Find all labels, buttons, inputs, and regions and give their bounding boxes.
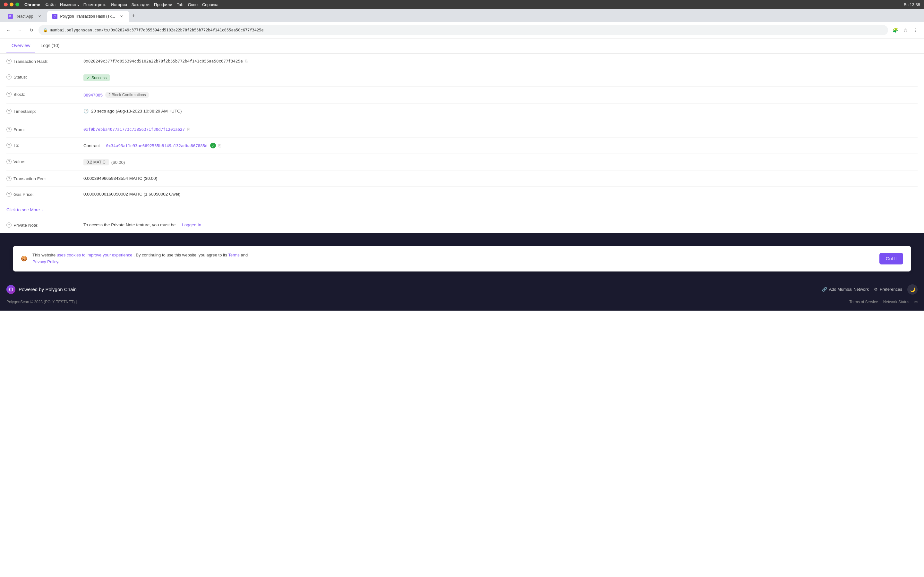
from-address-link[interactable]: 0xf9b7ebba4077a1773c73856371f30d7f1201a6… (83, 127, 185, 132)
tx-private-note-row: ? Private Note: To access the Private No… (6, 218, 918, 233)
email-icon[interactable]: ✉ (914, 300, 918, 304)
footer-bottom: PolygonScan © 2023 (POLY-TESTNET) | Term… (6, 300, 918, 304)
tx-gas-label: ? Gas Price: (6, 192, 77, 197)
footer-brand: ⬡ Powered by Polygon Chain (6, 285, 77, 294)
dark-mode-button[interactable]: 🌙 (907, 284, 918, 295)
tab-favicon-polygon: ⬡ (52, 14, 57, 19)
tx-to-label: ? To: (6, 143, 77, 148)
forward-button[interactable]: → (15, 26, 24, 35)
tx-from-help-icon[interactable]: ? (6, 127, 11, 132)
got-it-button[interactable]: Got It (879, 253, 903, 264)
copy-hash-button[interactable]: ⎘ (246, 59, 248, 63)
cookie-banner-wrapper: 🍪 This website uses cookies to improve y… (0, 246, 924, 277)
menu-button[interactable]: ⋮ (911, 26, 920, 35)
mac-menu-window[interactable]: Окно (188, 2, 198, 7)
tx-gas-row: ? Gas Price: 0.00000000160050002 MATIC (… (6, 187, 918, 202)
mac-menu-view[interactable]: Посмотреть (83, 2, 107, 7)
network-status-link[interactable]: Network Status (883, 300, 909, 304)
tab-close-react[interactable]: ✕ (37, 14, 42, 19)
tab-overview[interactable]: Overview (6, 39, 35, 53)
tx-gas-value: 0.00000000160050002 MATIC (1.60050002 Gw… (83, 192, 918, 197)
tab-label-react: React App (15, 14, 33, 19)
mac-app-name: Chrome (24, 2, 40, 7)
maximize-window[interactable] (15, 3, 19, 6)
copy-from-button[interactable]: ⎘ (187, 127, 190, 132)
tab-react-app[interactable]: R React App ✕ (3, 11, 47, 22)
copy-to-button[interactable]: ⎘ (218, 143, 221, 148)
mac-menu-edit[interactable]: Изменить (60, 2, 79, 7)
cookie-banner: 🍪 This website uses cookies to improve y… (13, 246, 911, 271)
reload-button[interactable]: ↻ (27, 26, 36, 35)
block-number-link[interactable]: 38947885 (83, 93, 103, 97)
cookie-policy-link[interactable]: uses cookies to improve your experience (57, 253, 132, 258)
footer-copyright: PolygonScan © 2023 (POLY-TESTNET) | (6, 300, 77, 304)
tab-polygon[interactable]: ⬡ Polygon Transaction Hash (Tx... ✕ (47, 11, 129, 22)
mac-menu-tab[interactable]: Tab (177, 2, 184, 7)
tx-value-display: 0.2 MATIC ($0.00) (83, 159, 918, 165)
tx-private-note-label: ? Private Note: (6, 222, 77, 227)
add-network-button[interactable]: 🔗 Add Mumbai Network (822, 287, 869, 292)
status-badge: ✓ Success (83, 74, 110, 81)
tx-block-row: ? Block: 38947885 2 Block Confirmations (6, 87, 918, 103)
terms-of-service-link[interactable]: Terms of Service (849, 300, 878, 304)
tx-value-label: ? Value: (6, 159, 77, 164)
minimize-window[interactable] (10, 3, 13, 6)
tab-label-polygon: Polygon Transaction Hash (Tx... (60, 14, 115, 19)
mac-menu-bar: Файл Изменить Посмотреть История Закладк… (45, 2, 218, 7)
tx-to-row: ? To: Contract 0x34a93af1e93ae6692555b8f… (6, 137, 918, 154)
tx-hash-label: ? Transaction Hash: (6, 59, 77, 64)
tx-block-label: ? Block: (6, 92, 77, 97)
tx-value-row: ? Value: 0.2 MATIC ($0.00) (6, 154, 918, 171)
system-time: Вс 13:38 (904, 2, 920, 7)
traffic-lights (4, 3, 19, 6)
tx-hash-row: ? Transaction Hash: 0x828249c377f7d05539… (6, 53, 918, 69)
preferences-button[interactable]: ⚙ Preferences (874, 287, 902, 292)
new-tab-button[interactable]: + (129, 11, 138, 21)
tx-status-help-icon[interactable]: ? (6, 74, 11, 79)
preferences-icon: ⚙ (874, 287, 878, 292)
mac-menu-profiles[interactable]: Профили (154, 2, 172, 7)
click-to-see-more[interactable]: Click to see More ↓ (6, 202, 918, 218)
footer-section: 🍪 This website uses cookies to improve y… (0, 233, 924, 311)
moon-icon: 🌙 (910, 287, 915, 292)
tx-fee-help-icon[interactable]: ? (6, 176, 11, 181)
terms-link[interactable]: Terms (228, 253, 239, 258)
footer-top: ⬡ Powered by Polygon Chain 🔗 Add Mumbai … (6, 284, 918, 295)
close-window[interactable] (4, 3, 8, 6)
tab-close-polygon[interactable]: ✕ (119, 14, 124, 19)
tx-to-help-icon[interactable]: ? (6, 143, 11, 148)
mac-menu-file[interactable]: Файл (45, 2, 55, 7)
block-confirmations-badge: 2 Block Confirmations (105, 92, 149, 98)
mac-menu-help[interactable]: Справка (202, 2, 218, 7)
tx-status-row: ? Status: ✓ Success (6, 69, 918, 87)
tab-logs[interactable]: Logs (10) (35, 39, 65, 53)
tx-value-help-icon[interactable]: ? (6, 159, 11, 164)
privacy-link[interactable]: Privacy Policy. (32, 259, 59, 264)
tx-status-value: ✓ Success (83, 74, 918, 81)
footer-links: Terms of Service Network Status ✉ (849, 300, 918, 304)
back-button[interactable]: ← (4, 26, 13, 35)
tx-block-help-icon[interactable]: ? (6, 92, 11, 97)
mac-menu-bookmarks[interactable]: Закладки (132, 2, 150, 7)
tx-fee-row: ? Transaction Fee: 0.00039496659343554 M… (6, 171, 918, 187)
polygon-logo: ⬡ (6, 285, 15, 294)
cookie-text: This website uses cookies to improve you… (32, 252, 874, 266)
tx-timestamp-value: 🕐 20 secs ago (Aug-13-2023 10:38:29 AM +… (83, 109, 918, 113)
bookmarks-button[interactable]: ☆ (901, 26, 910, 35)
tx-from-value: 0xf9b7ebba4077a1773c73856371f30d7f1201a6… (83, 127, 918, 132)
tx-private-note-help-icon[interactable]: ? (6, 222, 11, 227)
tx-timestamp-label: ? Timestamp: (6, 109, 77, 114)
check-icon: ✓ (87, 75, 90, 80)
logged-in-link[interactable]: Logged In (182, 222, 201, 227)
url-bar[interactable]: 🔒 mumbai.polygonscan.com/tx/0x828249c377… (39, 25, 888, 35)
extensions-button[interactable]: 🧩 (891, 26, 900, 35)
footer-actions: 🔗 Add Mumbai Network ⚙ Preferences 🌙 (822, 284, 918, 295)
tx-timestamp-help-icon[interactable]: ? (6, 109, 11, 114)
tx-gas-help-icon[interactable]: ? (6, 192, 11, 197)
to-address-link[interactable]: 0x34a93af1e93ae6692555b8f49a132adba86788… (106, 143, 208, 148)
page-nav: Overview Logs (10) (0, 39, 924, 53)
main-content: ? Transaction Hash: 0x828249c377f7d05539… (0, 53, 924, 233)
tx-hash-help-icon[interactable]: ? (6, 59, 11, 64)
mac-menu-history[interactable]: История (111, 2, 127, 7)
tx-status-label: ? Status: (6, 74, 77, 79)
